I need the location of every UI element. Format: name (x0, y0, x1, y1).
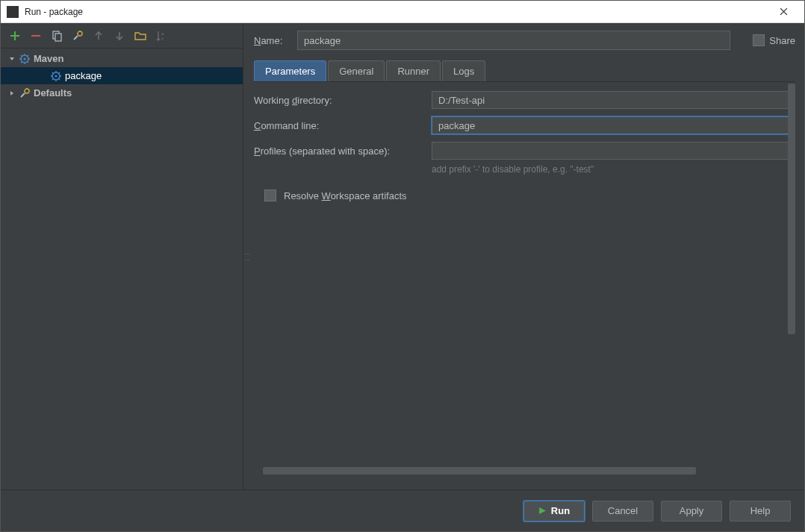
profiles-hint: add prefix '-' to disable profile, e.g. … (432, 164, 795, 175)
svg-text:a: a (161, 31, 164, 36)
share-checkbox[interactable] (753, 34, 765, 46)
app-icon (7, 6, 19, 18)
grip-icon: ⋮⋮ (245, 251, 247, 263)
minus-icon (30, 30, 42, 42)
command-line-label: Command line: (254, 120, 432, 131)
working-dir-row: Working directory: (254, 91, 795, 109)
resolve-workspace-row: Resolve Workspace artifacts (264, 190, 795, 201)
scrollbar-thumb[interactable] (788, 84, 795, 334)
arrow-down-icon (114, 30, 125, 42)
plus-icon (9, 30, 21, 42)
arrow-up-icon (93, 30, 105, 42)
gear-icon (19, 53, 31, 65)
working-dir-input[interactable] (432, 91, 795, 109)
sidebar: az Maven package (1, 23, 243, 489)
settings-button[interactable] (69, 28, 86, 44)
title-bar: Run - package (1, 1, 804, 23)
cancel-button[interactable]: Cancel (592, 501, 653, 522)
working-dir-label: Working directory: (254, 95, 432, 106)
tree-node-package[interactable]: package (1, 67, 243, 84)
svg-text:z: z (161, 37, 164, 41)
tree-label: package (65, 70, 102, 81)
dialog-body: az Maven package (1, 23, 804, 531)
tab-parameters[interactable]: Parameters (254, 60, 326, 81)
profiles-input[interactable] (432, 142, 795, 160)
svg-point-6 (24, 57, 26, 60)
name-input[interactable] (297, 31, 730, 50)
command-line-row: Command line: (254, 116, 795, 134)
folder-icon (134, 30, 146, 42)
name-row: Name: Share (254, 31, 795, 50)
sort-az-icon: az (155, 30, 167, 42)
run-config-dialog: Run - package (0, 0, 805, 532)
copy-button[interactable] (49, 28, 65, 44)
play-icon (538, 507, 547, 515)
copy-icon (51, 30, 63, 42)
close-icon (780, 7, 788, 16)
folder-button[interactable] (132, 28, 149, 44)
help-button[interactable]: Help (730, 501, 791, 522)
horizontal-scrollbar[interactable] (254, 467, 786, 475)
name-label: Name: (254, 35, 288, 46)
window-title: Run - package (25, 7, 768, 17)
sort-button[interactable]: az (153, 28, 170, 44)
share-label: Share (769, 35, 795, 46)
wrench-gear-icon (19, 87, 31, 99)
apply-button[interactable]: Apply (661, 501, 722, 522)
profiles-row: Profiles (separated with space): (254, 142, 795, 160)
remove-button[interactable] (28, 28, 44, 44)
chevron-down-icon (9, 56, 15, 62)
tree-label: Defaults (34, 87, 72, 98)
wrench-gear-icon (72, 30, 84, 42)
add-button[interactable] (7, 28, 23, 44)
move-up-button[interactable] (90, 28, 107, 44)
tab-logs[interactable]: Logs (442, 60, 485, 81)
tree-node-defaults[interactable]: Defaults (1, 84, 243, 101)
resolve-workspace-label: Resolve Workspace artifacts (284, 190, 407, 201)
tree-node-maven[interactable]: Maven (1, 50, 243, 67)
svg-point-9 (25, 89, 29, 93)
share-checkbox-group: Share (753, 34, 795, 46)
close-button[interactable] (768, 1, 798, 22)
config-tree: Maven package Defaults (1, 48, 243, 489)
config-panel: Name: Share Parameters General Runner Lo… (248, 23, 804, 489)
tab-general[interactable]: General (328, 60, 385, 81)
main-area: az Maven package (1, 23, 804, 489)
scrollbar-thumb[interactable] (263, 467, 696, 475)
move-down-button[interactable] (111, 28, 128, 44)
chevron-right-icon (9, 90, 15, 96)
svg-point-2 (78, 31, 82, 36)
resolve-workspace-checkbox[interactable] (264, 190, 276, 201)
run-button[interactable]: Run (523, 501, 585, 522)
vertical-scrollbar[interactable] (788, 82, 795, 336)
tab-bar: Parameters General Runner Logs (254, 60, 795, 82)
svg-rect-1 (55, 34, 61, 41)
gear-icon (50, 70, 62, 82)
button-bar: Run Cancel Apply Help (1, 489, 804, 531)
tab-content: Working directory: Command line: Profile… (254, 82, 795, 489)
profiles-label: Profiles (separated with space): (254, 145, 432, 157)
svg-point-8 (55, 75, 58, 77)
sidebar-toolbar: az (1, 23, 243, 48)
expand-arrow[interactable] (8, 90, 16, 96)
tree-label: Maven (34, 53, 63, 64)
expand-arrow[interactable] (8, 56, 16, 62)
command-line-input[interactable] (432, 116, 795, 134)
tab-runner[interactable]: Runner (386, 60, 441, 81)
